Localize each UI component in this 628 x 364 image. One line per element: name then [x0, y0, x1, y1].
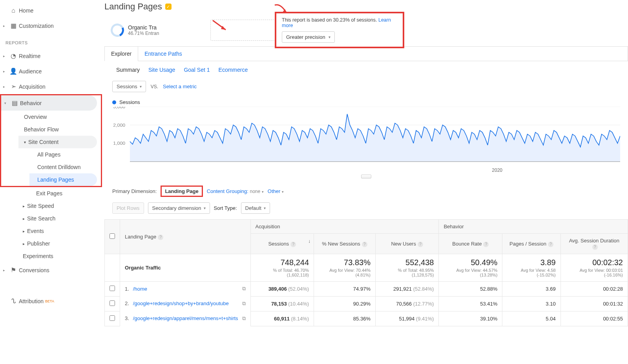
- legend-dot-icon: [112, 100, 116, 104]
- dashboard-icon: ▦: [8, 22, 19, 29]
- tab-entrance-paths[interactable]: Entrance Paths: [138, 47, 188, 61]
- col-bounce-rate[interactable]: Bounce Rate?: [439, 234, 502, 254]
- svg-text:2,000: 2,000: [113, 122, 125, 127]
- vs-label: VS.: [151, 84, 158, 89]
- secondary-dimension-dropdown[interactable]: Secondary dimension: [148, 202, 210, 214]
- sidebar: ⌂Home ▸▦Customization REPORTS ▸◔Realtime…: [0, 0, 102, 334]
- subtab-ecommerce[interactable]: Ecommerce: [219, 67, 248, 73]
- page-link[interactable]: /google+redesign/apparel/mens/mens+t+shi…: [133, 315, 238, 321]
- shield-icon[interactable]: ✓: [165, 4, 172, 10]
- beta-badge: BETA: [45, 299, 54, 303]
- nav-site-speed[interactable]: ▸Site Speed: [17, 200, 98, 212]
- svg-text:1,000: 1,000: [113, 141, 125, 146]
- row-checkbox[interactable]: [110, 315, 115, 321]
- chart-legend: Sessions: [104, 98, 628, 107]
- svg-text:3,000: 3,000: [113, 107, 125, 109]
- landing-page-cell: 2./google+redesign/shop+by+brand/youtube…: [120, 297, 250, 311]
- donut-icon: [109, 22, 126, 39]
- sampling-notice: This report is based on 30.23% of sessio…: [275, 12, 404, 48]
- segment-metric: 46.71% Entran: [128, 31, 159, 36]
- nav-experiments[interactable]: Experiments: [23, 250, 98, 262]
- open-link-icon[interactable]: ⧉: [242, 286, 246, 292]
- table-row: 3./google+redesign/apparel/mens/mens+t+s…: [105, 311, 628, 326]
- help-icon[interactable]: ?: [362, 242, 367, 247]
- sort-type-label: Sort Type:: [214, 205, 237, 211]
- nav-publisher[interactable]: ▸Publisher: [17, 237, 98, 250]
- precision-dropdown[interactable]: Greater precision: [282, 31, 335, 43]
- nav-landing-pages[interactable]: Landing Pages: [29, 173, 97, 186]
- page-title: Landing Pages: [104, 2, 162, 12]
- subtab-goal-set-1[interactable]: Goal Set 1: [184, 67, 210, 73]
- behavior-icon: ▤: [9, 99, 20, 107]
- help-icon[interactable]: ?: [290, 242, 296, 247]
- help-icon[interactable]: ?: [483, 242, 489, 247]
- subtab-summary[interactable]: Summary: [116, 67, 140, 73]
- nav-attribution[interactable]: ᔐAttributionBETA: [0, 293, 98, 309]
- page-link[interactable]: /home: [133, 286, 147, 292]
- nav-home[interactable]: ⌂Home: [0, 3, 98, 18]
- table-row: 2./google+redesign/shop+by+brand/youtube…: [105, 297, 628, 311]
- col-landing-page[interactable]: Landing Page: [125, 234, 156, 240]
- nav-site-content[interactable]: ▾Site Content: [18, 136, 97, 148]
- nav-behavior-flow[interactable]: Behavior Flow: [24, 123, 97, 136]
- home-icon: ⌂: [8, 7, 19, 14]
- col-pct-new-sessions[interactable]: % New Sessions?: [314, 234, 376, 254]
- plot-rows-button: Plot Rows: [112, 202, 144, 214]
- reports-label: REPORTS: [0, 33, 102, 48]
- col-new-users[interactable]: New Users?: [375, 234, 438, 254]
- row-checkbox[interactable]: [110, 300, 115, 306]
- sort-type-dropdown[interactable]: Default: [241, 202, 270, 214]
- nav-realtime[interactable]: ▸◔Realtime: [0, 48, 98, 64]
- sampling-text: This report is based on 30.23% of sessio…: [282, 17, 378, 23]
- nav-all-pages[interactable]: All Pages: [29, 148, 97, 161]
- nav-audience[interactable]: ▸👤Audience: [0, 64, 98, 79]
- content-grouping-link[interactable]: Content Grouping: none ▾: [207, 188, 264, 194]
- nav-behavior[interactable]: ▾▤Behavior: [1, 95, 97, 111]
- summary-label: Organic Traffic: [120, 254, 251, 282]
- help-icon[interactable]: ?: [548, 242, 553, 247]
- segment-organic-traffic[interactable]: Organic Tra 46.71% Entran: [104, 20, 206, 41]
- other-dimension-link[interactable]: Other ▾: [268, 188, 284, 194]
- nav-conversions[interactable]: ▸⚑Conversions: [0, 262, 98, 278]
- open-link-icon[interactable]: ⧉: [242, 300, 246, 307]
- report-tabs: Explorer Entrance Paths: [104, 46, 628, 61]
- help-icon[interactable]: ?: [418, 242, 423, 247]
- select-metric-link[interactable]: Select a metric: [163, 84, 197, 89]
- chart-resize-handle[interactable]: [361, 175, 371, 178]
- open-link-icon[interactable]: ⧉: [242, 315, 246, 322]
- subtab-site-usage[interactable]: Site Usage: [148, 67, 175, 73]
- nav-overview[interactable]: Overview: [24, 111, 97, 123]
- flag-icon: ⚑: [8, 266, 19, 274]
- nav-site-search[interactable]: ▸Site Search: [17, 212, 98, 225]
- acquisition-icon: ➣: [8, 83, 19, 90]
- attribution-icon: ᔐ: [8, 297, 19, 305]
- col-pages-session[interactable]: Pages / Session?: [502, 234, 560, 254]
- nav-customization[interactable]: ▸▦Customization: [0, 18, 98, 33]
- landing-page-cell: 3./google+redesign/apparel/mens/mens+t+s…: [120, 311, 250, 326]
- main-content: Landing Pages ✓ Organic Tra 46.71% Entra…: [102, 0, 628, 334]
- tab-explorer[interactable]: Explorer: [104, 46, 138, 61]
- sessions-chart[interactable]: 1,0002,0003,000 2020: [104, 107, 628, 178]
- col-sessions[interactable]: Sessions?↓: [250, 234, 314, 254]
- annotation-box-sidebar: ▾▤Behavior Overview Behavior Flow ▾Site …: [0, 94, 102, 187]
- sub-tabs: Summary Site Usage Goal Set 1 Ecommerce: [104, 61, 628, 75]
- page-link[interactable]: /google+redesign/shop+by+brand/youtube: [133, 300, 229, 306]
- col-avg-duration[interactable]: Avg. Session Duration?: [560, 234, 628, 254]
- table-row: 1./home⧉389,406 (52.04%)74.97%291,921 (5…: [105, 282, 628, 297]
- primary-dimension-landing-page[interactable]: Landing Page: [161, 186, 203, 197]
- primary-dimension-label: Primary Dimension:: [112, 188, 157, 194]
- help-icon[interactable]: ?: [592, 244, 598, 250]
- segment-name: Organic Tra: [128, 24, 159, 31]
- data-table: Landing Page? Acquisition Behavior Sessi…: [104, 219, 628, 326]
- help-icon[interactable]: ?: [158, 235, 163, 240]
- col-group-acquisition: Acquisition: [250, 220, 439, 234]
- select-all-checkbox[interactable]: [110, 233, 115, 239]
- nav-events[interactable]: ▸Events: [17, 225, 98, 237]
- nav-content-drilldown[interactable]: Content Drilldown: [29, 161, 97, 173]
- metric-dropdown[interactable]: Sessions: [112, 81, 146, 92]
- nav-exit-pages[interactable]: Exit Pages: [28, 187, 98, 200]
- row-checkbox[interactable]: [110, 286, 115, 291]
- landing-page-cell: 1./home⧉: [120, 282, 250, 296]
- person-icon: 👤: [8, 67, 19, 75]
- nav-acquisition[interactable]: ▸➣Acquisition: [0, 79, 98, 94]
